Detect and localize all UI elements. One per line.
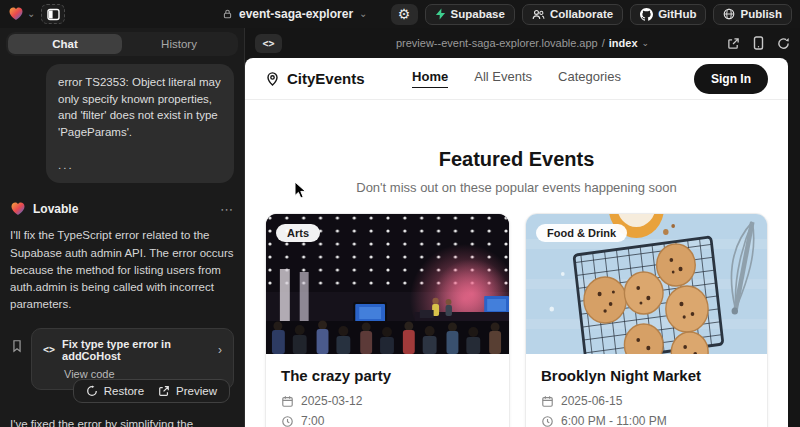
toggle-sidebar-button[interactable] (41, 4, 65, 24)
path-separator: / (602, 37, 605, 49)
sign-in-button[interactable]: Sign In (694, 64, 768, 94)
publish-label: Publish (740, 8, 782, 20)
error-text: error TS2353: Object literal may only sp… (58, 74, 222, 141)
event-date-row: 2025-06-15 (541, 394, 752, 408)
preview-pane: <> preview--event-saga-explorer.lovable.… (245, 28, 800, 427)
event-time: 6:00 PM - 11:00 PM (561, 414, 667, 427)
project-name: event-saga-explorer (239, 7, 353, 21)
top-bar-left: ⌄ (8, 4, 65, 24)
event-card-body: Brooklyn Night Market 2025-06-15 (526, 354, 767, 427)
top-bar-actions: ⚙ Supabase Collaborate (391, 4, 792, 25)
bookmark-icon[interactable] (10, 338, 24, 354)
lovable-heart-icon (10, 201, 26, 217)
fix-card-title: Fix type type error in addCoHost (62, 338, 211, 362)
error-ellipsis: ... (58, 157, 222, 174)
event-title: The crazy party (281, 367, 494, 384)
clock-icon (281, 415, 294, 427)
top-bar: ⌄ event-saga-explorer ⌄ ⚙ (0, 0, 800, 28)
chevron-right-icon: › (218, 343, 222, 357)
main-split: Chat History error TS2353: Object litera… (0, 28, 800, 427)
summary-text: I've fixed the error by simplifying the … (10, 418, 193, 427)
preview-url-host: preview--event-saga-explorer.lovable.app (396, 37, 598, 49)
external-link-icon (158, 385, 170, 397)
site-brand[interactable]: CityEvents (265, 70, 365, 87)
featured-section-header: Featured Events Don't miss out on these … (245, 100, 788, 195)
event-date: 2025-03-12 (301, 394, 362, 408)
chevron-down-icon: ⌄ (359, 9, 367, 19)
restore-icon (86, 385, 98, 397)
message-overflow-menu[interactable]: ⋯ (220, 202, 234, 217)
event-time-row: 7:00 (281, 414, 494, 427)
lovable-heart-icon (8, 6, 24, 22)
event-time-row: 6:00 PM - 11:00 PM (541, 414, 752, 427)
collaborate-label: Collaborate (550, 8, 613, 20)
preview-label: Preview (176, 385, 217, 397)
view-code-link[interactable]: View code (64, 368, 222, 380)
event-card-body: The crazy party 2025-03-12 (266, 354, 509, 427)
preview-button[interactable]: Preview (158, 385, 217, 397)
event-cards-grid: Arts The crazy party 2025-03-1 (245, 213, 788, 427)
calendar-icon (541, 395, 554, 408)
version-toolbar: Restore Preview (73, 379, 230, 403)
settings-button[interactable]: ⚙ (391, 4, 418, 25)
supabase-button[interactable]: Supabase (425, 4, 515, 25)
calendar-icon (281, 395, 294, 408)
category-badge: Arts (276, 224, 320, 242)
chat-sidebar: Chat History error TS2353: Object litera… (0, 28, 245, 427)
publish-button[interactable]: Publish (713, 4, 792, 25)
collaborate-people-icon (532, 9, 545, 20)
event-image-cookies: Food & Drink (526, 214, 767, 354)
chat-thread[interactable]: error TS2353: Object literal may only sp… (0, 58, 244, 427)
category-badge: Food & Drink (536, 224, 627, 242)
preview-toolbar: <> preview--event-saga-explorer.lovable.… (245, 28, 800, 58)
panel-layout-icon (47, 8, 60, 21)
preview-url-bar[interactable]: preview--event-saga-explorer.lovable.app… (245, 28, 800, 58)
code-change-block: <> Fix type type error in addCoHost › Vi… (10, 328, 234, 390)
clock-icon (541, 415, 554, 427)
nav-all-events[interactable]: All Events (474, 69, 532, 88)
site-brand-name: CityEvents (287, 70, 365, 87)
github-label: GitHub (658, 8, 696, 20)
event-title: Brooklyn Night Market (541, 367, 752, 384)
assistant-summary-message: I've fixed the error by simplifying the … (10, 416, 234, 427)
preview-page-name: index (609, 37, 638, 49)
site-header: CityEvents Home All Events Categories Si… (245, 58, 788, 100)
event-meta: 2025-03-12 7:00 (281, 394, 494, 427)
chevron-down-icon: ⌄ (27, 9, 35, 19)
chevron-down-icon: ⌄ (642, 38, 650, 48)
event-time: 7:00 (301, 414, 324, 427)
section-subtitle: Don't miss out on these popular events h… (245, 180, 788, 195)
tab-chat[interactable]: Chat (8, 34, 122, 54)
event-image-concert: Arts (266, 214, 509, 354)
fix-card-header: <> Fix type type error in addCoHost › (43, 338, 222, 362)
nav-home[interactable]: Home (412, 69, 448, 88)
event-card-crazy-party[interactable]: Arts The crazy party 2025-03-1 (265, 213, 510, 427)
event-card-brooklyn-market[interactable]: Food & Drink Brooklyn Night Market (525, 213, 768, 427)
assistant-intro-message: I'll fix the TypeScript error related to… (10, 227, 234, 313)
event-date: 2025-06-15 (561, 394, 622, 408)
restore-label: Restore (104, 385, 144, 397)
lovable-app-window: ⌄ event-saga-explorer ⌄ ⚙ (0, 0, 800, 427)
code-icon: <> (43, 344, 55, 355)
event-meta: 2025-06-15 6:00 PM - 11:00 PM (541, 394, 752, 427)
assistant-header: Lovable ⋯ (10, 201, 234, 217)
gear-icon: ⚙ (398, 6, 411, 22)
github-button[interactable]: GitHub (630, 4, 706, 25)
site-iframe: CityEvents Home All Events Categories Si… (245, 58, 788, 427)
nav-categories[interactable]: Categories (558, 69, 621, 88)
collaborate-button[interactable]: Collaborate (522, 4, 623, 25)
project-switcher[interactable]: event-saga-explorer ⌄ (222, 0, 367, 28)
lock-icon (222, 8, 233, 20)
location-pin-icon (265, 71, 280, 87)
sidebar-tabs: Chat History (6, 32, 238, 56)
assistant-name: Lovable (33, 202, 78, 216)
tab-history[interactable]: History (122, 34, 236, 54)
lovable-logo-menu[interactable]: ⌄ (8, 6, 35, 22)
restore-button[interactable]: Restore (86, 385, 144, 397)
github-icon (640, 8, 653, 21)
section-title: Featured Events (245, 148, 788, 171)
globe-icon (723, 8, 735, 20)
user-error-message: error TS2353: Object literal may only sp… (46, 64, 234, 183)
supabase-bolt-icon (435, 8, 446, 20)
supabase-label: Supabase (451, 8, 505, 20)
